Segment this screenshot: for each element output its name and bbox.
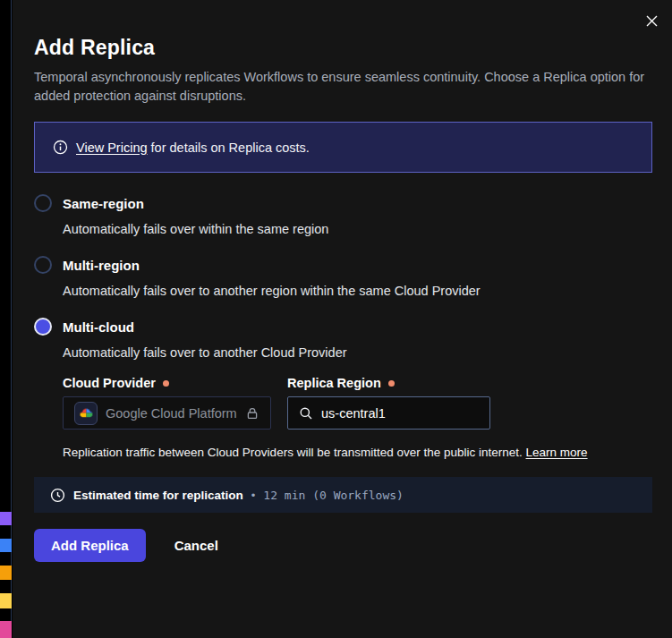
radio-unselected-icon[interactable] [34, 256, 52, 274]
multi-cloud-fields: Cloud Provider [63, 376, 652, 430]
backdrop-color-block [0, 566, 12, 580]
cloud-provider-field: Cloud Provider [63, 376, 271, 430]
add-replica-button[interactable]: Add Replica [34, 529, 146, 562]
radio-unselected-icon[interactable] [34, 194, 52, 212]
backdrop-color-block [0, 512, 12, 525]
cloud-provider-select: Google Cloud Platform [63, 396, 271, 430]
cloud-provider-label-row: Cloud Provider [63, 376, 271, 390]
option-description: Automatically fails over to another Clou… [63, 344, 652, 362]
option-label: Same-region [63, 196, 144, 211]
modal-description: Temporal asynchronously replicates Workf… [34, 68, 651, 106]
option-label: Multi-cloud [63, 319, 134, 335]
lock-icon [245, 406, 259, 421]
public-internet-footnote: Replication traffic between Cloud Provid… [63, 446, 652, 459]
radio-selected-icon[interactable] [34, 318, 52, 336]
cancel-button[interactable]: Cancel [174, 538, 218, 553]
cloud-provider-value: Google Cloud Platform [106, 406, 237, 421]
backdrop-color-block [0, 593, 12, 608]
replica-region-field: Replica Region [287, 376, 490, 430]
pricing-info-banner: View Pricing for details on Replica cost… [34, 122, 652, 173]
option-label: Multi-region [63, 258, 140, 273]
replica-region-input[interactable] [321, 406, 479, 421]
pricing-banner-text: View Pricing for details on Replica cost… [76, 140, 310, 155]
modal-actions: Add Replica Cancel [34, 529, 652, 562]
option-multi-region: Multi-region Automatically fails over to… [34, 256, 652, 300]
screen: Add Replica Temporal asynchronously repl… [0, 0, 672, 638]
replica-options: Same-region Automatically fails over wit… [34, 194, 652, 459]
replica-region-label-row: Replica Region [287, 376, 490, 390]
option-multi-cloud-head[interactable]: Multi-cloud [34, 318, 652, 336]
option-multi-cloud: Multi-cloud Automatically fails over to … [34, 318, 652, 459]
learn-more-link[interactable]: Learn more [526, 446, 588, 459]
option-description: Automatically fails over within the same… [63, 220, 652, 238]
search-icon [299, 406, 313, 421]
add-replica-modal: Add Replica Temporal asynchronously repl… [13, 0, 672, 638]
pricing-banner-suffix: for details on Replica costs. [151, 140, 310, 155]
backdrop-strip [0, 0, 12, 638]
option-same-region: Same-region Automatically fails over wit… [34, 194, 652, 238]
estimate-banner: Estimated time for replication • 12 min … [34, 477, 652, 513]
estimate-label: Estimated time for replication [73, 489, 243, 502]
option-multi-region-head[interactable]: Multi-region [34, 256, 652, 274]
estimate-bullet: • [251, 489, 256, 502]
option-description: Automatically fails over to another regi… [63, 282, 652, 300]
clock-icon [50, 488, 65, 503]
replica-region-combobox[interactable] [287, 396, 490, 430]
modal-title: Add Replica [34, 36, 652, 60]
footnote-text: Replication traffic between Cloud Provid… [63, 446, 523, 459]
view-pricing-link[interactable]: View Pricing [76, 140, 148, 155]
replica-region-label: Replica Region [287, 376, 381, 390]
required-dot-icon [388, 380, 395, 387]
google-cloud-platform-icon [74, 402, 98, 425]
estimate-value: 12 min (0 Workflows) [263, 489, 404, 502]
required-dot-icon [163, 380, 169, 387]
backdrop-color-block [0, 539, 12, 552]
cloud-provider-label: Cloud Provider [63, 376, 156, 390]
backdrop-color-block [0, 621, 12, 638]
option-same-region-head[interactable]: Same-region [34, 194, 652, 212]
info-icon [53, 140, 68, 155]
